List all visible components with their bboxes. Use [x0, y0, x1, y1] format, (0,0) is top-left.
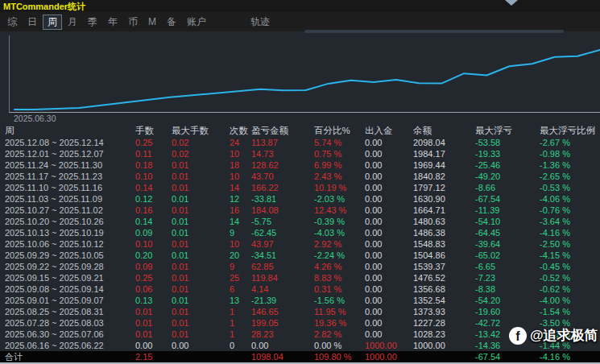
table-row[interactable]: 2025.09.01 ~ 2025.09.070.130.0113-21.39-…: [0, 295, 600, 306]
cell-deposit: 0.00: [365, 148, 413, 159]
cell-max_dd_pct: -0.45 %: [540, 261, 600, 272]
chevron-down-icon[interactable]: [505, 0, 518, 6]
table-row[interactable]: 2025.11.03 ~ 2025.11.090.120.0112-33.81-…: [0, 193, 600, 205]
menu-item-track[interactable]: 轨迹: [246, 14, 275, 30]
cell-range: 2025.09.22 ~ 2025.09.28: [5, 261, 135, 272]
menu-item-year[interactable]: 年: [103, 14, 122, 30]
cell-deposit: 0.00: [365, 182, 413, 193]
cell-range: 2025.08.25 ~ 2025.08.31: [5, 306, 135, 317]
cell-range: 2025.10.13 ~ 2025.10.19: [5, 227, 135, 238]
column-header-balance: 余额: [413, 124, 475, 137]
cell-times: 1: [230, 317, 251, 329]
cell-pct: -2.24 %: [314, 250, 365, 261]
cell-deposit: 0.00: [365, 317, 413, 329]
table-row[interactable]: 2025.11.24 ~ 2025.11.300.180.0118128.626…: [0, 159, 600, 171]
cell-times: 14: [230, 216, 251, 227]
menu-item-month[interactable]: 月: [63, 14, 82, 30]
cell-lots: 0.10: [135, 238, 172, 250]
cell-pct: 0.31 %: [314, 283, 365, 295]
cell-balance: 2098.04: [413, 137, 475, 148]
cell-max_dd: -49.20: [475, 171, 540, 182]
menu-item-week[interactable]: 周: [43, 14, 62, 30]
table-row[interactable]: 2025.11.10 ~ 2025.11.160.140.0114166.221…: [0, 182, 600, 193]
cell-lots: 0.00: [135, 340, 172, 351]
cell-balance: 1486.38: [413, 227, 475, 238]
cell-pct: -0.39 %: [314, 216, 365, 227]
cell-pct: 0.00 %: [314, 340, 365, 351]
menu-item-quarter[interactable]: 季: [83, 14, 102, 30]
column-header-pct: 百分比%: [314, 124, 365, 137]
cell-times: 16: [230, 205, 251, 216]
table-row[interactable]: 2025.12.08 ~ 2025.12.140.250.0224113.875…: [0, 137, 600, 148]
cell-balance: 1373.93: [413, 306, 475, 317]
menu-item-day[interactable]: 日: [23, 14, 42, 30]
menu-item-backup[interactable]: 备: [162, 14, 181, 30]
cell-deposit: 0.00: [365, 329, 413, 340]
cell-range: 2025.09.01 ~ 2025.09.07: [5, 295, 135, 306]
menu-item-account[interactable]: 账户: [182, 14, 211, 30]
window-title: MTCommander统计: [3, 1, 85, 13]
menu-item-summary[interactable]: 综: [2, 14, 22, 30]
table-row[interactable]: 2025.10.13 ~ 2025.10.190.090.019-62.45-4…: [0, 227, 600, 238]
horizontal-scrollbar-thumb[interactable]: [304, 30, 564, 33]
cell-range: 2025.12.01 ~ 2025.12.07: [5, 148, 135, 159]
table-row[interactable]: 2025.10.06 ~ 2025.10.120.100.011043.972.…: [0, 238, 600, 250]
table-row[interactable]: 2025.08.25 ~ 2025.08.310.010.011146.6511…: [0, 306, 600, 317]
cell-deposit: 0.00: [365, 295, 413, 306]
cell-max_lots: 0.01: [172, 171, 230, 182]
cell-range: 2025.11.17 ~ 2025.11.23: [5, 171, 135, 182]
column-header-max_dd: 最大浮亏: [475, 124, 540, 137]
table-header: 周手数最大手数次数盈亏金额百分比%出入金余额最大浮亏最大浮亏比例: [0, 124, 600, 137]
table-row[interactable]: 2025.09.08 ~ 2025.09.140.060.0164.140.31…: [0, 283, 600, 295]
total-cell-lots: 2.15: [135, 351, 172, 362]
cell-max_lots: 0.01: [172, 283, 230, 295]
table-row[interactable]: 2025.09.29 ~ 2025.10.050.200.0120-34.51-…: [0, 250, 600, 261]
cell-range: 2025.06.16 ~ 2025.06.22: [5, 340, 135, 351]
cell-max_dd: -39.64: [475, 238, 540, 250]
total-cell-balance: [413, 351, 475, 362]
cell-max_lots: 0.02: [172, 137, 230, 148]
table-row[interactable]: 2025.11.17 ~ 2025.11.230.100.011043.702.…: [0, 171, 600, 182]
table-row[interactable]: 2025.10.20 ~ 2025.10.260.140.0114-5.75-0…: [0, 216, 600, 227]
cell-pl: 28.23: [251, 329, 314, 340]
cell-balance: 1797.12: [413, 182, 475, 193]
cell-times: 1: [230, 329, 251, 340]
cell-pct: 5.74 %: [314, 137, 365, 148]
cell-lots: 0.13: [135, 295, 172, 306]
table-row[interactable]: 2025.09.22 ~ 2025.09.280.090.01962.854.2…: [0, 261, 600, 272]
cell-pl: 4.14: [251, 283, 314, 295]
cell-pct: -1.56 %: [314, 295, 365, 306]
cell-pct: -4.03 %: [314, 227, 365, 238]
column-header-max_dd_pct: 最大浮亏比例: [540, 124, 600, 137]
total-cell-deposit: 1000.00: [365, 351, 413, 362]
cell-deposit: 0.00: [365, 272, 413, 283]
chart-y-axis: [9, 35, 10, 113]
cell-pl: -33.81: [251, 193, 314, 205]
total-cell-pct: 109.80 %: [314, 351, 365, 362]
cell-range: 2025.07.28 ~ 2025.08.03: [5, 317, 135, 329]
cell-max_dd_pct: -1.54 %: [540, 306, 600, 317]
table-row[interactable]: 2025.09.15 ~ 2025.09.210.250.0125119.848…: [0, 272, 600, 283]
cell-max_dd: -54.10: [475, 216, 540, 227]
table-body: 2025.12.08 ~ 2025.12.140.250.0224113.875…: [0, 137, 600, 351]
table-row[interactable]: 2025.12.01 ~ 2025.12.070.110.021014.730.…: [0, 148, 600, 159]
cell-max_lots: 0.01: [172, 329, 230, 340]
menu-item-m[interactable]: M: [143, 15, 161, 28]
cell-max_dd_pct: -1.36 %: [540, 159, 600, 171]
cell-balance: 1539.37: [413, 261, 475, 272]
cell-pl: 184.08: [251, 205, 314, 216]
cell-max_dd_pct: -4.16 %: [540, 227, 600, 238]
cell-max_lots: 0.01: [172, 205, 230, 216]
cell-lots: 0.25: [135, 137, 172, 148]
table-row[interactable]: 2025.10.27 ~ 2025.11.020.160.0116184.081…: [0, 205, 600, 216]
cell-pct: 6.99 %: [314, 159, 365, 171]
cell-pl: -62.45: [251, 227, 314, 238]
equity-chart[interactable]: [0, 34, 600, 113]
cell-lots: 0.10: [135, 171, 172, 182]
cell-balance: 1476.52: [413, 272, 475, 283]
cell-range: 2025.11.03 ~ 2025.11.09: [5, 193, 135, 205]
cell-balance: 1984.17: [413, 148, 475, 159]
column-header-times: 次数: [230, 124, 251, 137]
cell-balance: 1028.23: [413, 329, 475, 340]
menu-item-currency[interactable]: 币: [123, 14, 143, 30]
